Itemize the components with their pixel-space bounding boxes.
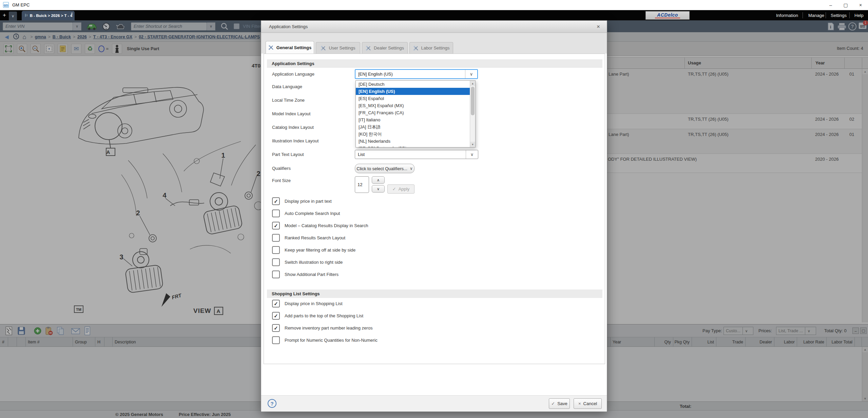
close-tab-icon[interactable]: × <box>71 11 73 15</box>
scroll-down-icon[interactable]: ▼ <box>470 142 475 147</box>
scroll-up-icon[interactable]: ▲ <box>470 81 475 86</box>
check-icon: ✓ <box>551 401 555 406</box>
save-button-label: Save <box>557 401 567 406</box>
data-language-label: Data Language <box>272 84 302 89</box>
language-option[interactable]: [NL] Nederlands <box>356 138 470 145</box>
catalog-tab-label: B - Buick > 2026 > T - 4T... <box>30 14 73 18</box>
font-size-decrease-button[interactable]: ∨ <box>372 185 385 193</box>
checkbox-ranked-results[interactable]: Ranked Results Search Layout <box>272 234 345 242</box>
checkbox-additional-part-filters[interactable]: Show Additional Part Filters <box>272 271 339 278</box>
dialog-title: Application Settings <box>269 24 308 29</box>
tab-labor-settings[interactable]: Labor Settings <box>409 42 453 54</box>
dialog-tabstrip: General Settings User Settings Dealer Se… <box>261 33 607 54</box>
new-tab-button[interactable]: + <box>0 10 9 20</box>
acdelco-logo-text: ACDelco <box>657 13 678 17</box>
settings-tools-icon <box>268 45 274 50</box>
settings-tools-icon <box>413 45 419 51</box>
application-language-select[interactable]: [EN] English (US) ∨ <box>355 69 478 79</box>
menu-manage[interactable]: Manage <box>808 10 824 20</box>
tab-label: Labor Settings <box>421 45 450 51</box>
cancel-button-label: Cancel <box>583 401 597 406</box>
save-button[interactable]: ✓ Save <box>549 398 570 409</box>
checkbox-add-parts-top[interactable]: ✓Add parts to the top of the Shopping Li… <box>272 312 363 320</box>
language-option[interactable]: [PT_BR] Português (BR) <box>356 145 470 147</box>
model-index-layout-label: Model Index Layout <box>272 111 310 116</box>
window-title: GM EPC <box>12 2 30 7</box>
catalog-tab[interactable]: ⚐ B - Buick > 2026 > T - 4T... × <box>22 11 75 20</box>
app-header: + ∨ ⚐ B - Buick > 2026 > T - 4T... × ACD… <box>0 10 868 20</box>
apply-button[interactable]: ✓ Apply <box>387 184 414 194</box>
language-option[interactable]: [JA] 日本語 <box>356 123 470 131</box>
window-titlebar: gm GM EPC – ▢ × <box>0 0 868 10</box>
minimize-button[interactable]: – <box>823 0 838 10</box>
check-icon: ✓ <box>392 186 396 192</box>
language-option[interactable]: [ES_MX] Español (MX) <box>356 102 470 109</box>
language-option[interactable]: [KO] 한국어 <box>356 131 470 138</box>
language-option[interactable]: [IT] Italiano <box>356 116 470 123</box>
dialog-footer: ? ✓ Save × Cancel <box>261 395 607 412</box>
gm-app-icon: gm <box>3 2 9 8</box>
tab-label: General Settings <box>276 45 311 50</box>
catalog-index-layout-label: Catalog Index Layout <box>272 125 314 130</box>
qualifiers-button-label: Click to select Qualifiers... <box>356 166 407 171</box>
checkbox-keep-year-filtering[interactable]: Keep year filtering off at side by side <box>272 246 355 254</box>
language-option-selected[interactable]: [EN] English (US) <box>356 88 470 95</box>
shopping-list-settings-section: Shopping List Settings <box>267 290 602 298</box>
cancel-button[interactable]: × Cancel <box>574 398 602 409</box>
tab-dealer-settings[interactable]: Dealer Settings <box>362 42 408 54</box>
acdelco-logo-underline <box>655 18 680 18</box>
scrollbar-thumb[interactable] <box>471 87 475 115</box>
checkbox-switch-illustration[interactable]: Switch illustration to right side <box>272 258 343 266</box>
x-icon: × <box>578 401 581 406</box>
application-settings-section: Application Settings <box>267 59 602 68</box>
menu-information[interactable]: Information <box>776 10 798 20</box>
general-settings-pane: Application Settings Application Languag… <box>264 54 605 364</box>
language-option[interactable]: [DE] Deutsch <box>356 81 470 88</box>
chevron-down-icon: ∨ <box>410 166 413 171</box>
tab-list-dropdown-button[interactable]: ∨ <box>9 12 17 20</box>
tab-label: Dealer Settings <box>374 45 404 51</box>
checkbox-display-price-part-text[interactable]: ✓Display price in part text <box>272 197 332 205</box>
dialog-close-button[interactable]: × <box>595 23 602 31</box>
bookmark-icon: ⚐ <box>24 13 28 18</box>
chevron-down-icon[interactable]: ∨ <box>465 70 477 78</box>
application-language-value: [EN] English (US) <box>355 70 465 78</box>
tab-user-settings[interactable]: User Settings <box>316 42 360 54</box>
checkbox-display-price-shopping-list[interactable]: ✓Display price in Shopping List <box>272 300 343 307</box>
apply-button-label: Apply <box>399 186 410 192</box>
part-text-layout-value: List <box>355 150 466 159</box>
illustration-index-layout-label: Illustration Index Layout <box>272 138 319 143</box>
menu-separator <box>849 10 850 20</box>
font-size-increase-button[interactable]: ∧ <box>372 176 385 184</box>
font-size-input[interactable] <box>355 176 369 193</box>
language-option[interactable]: [FR_CA] Français (CA) <box>356 109 470 116</box>
settings-tools-icon <box>321 45 326 51</box>
part-text-layout-select[interactable]: List ∨ <box>355 150 478 159</box>
tab-general-settings[interactable]: General Settings <box>266 41 314 54</box>
checkbox-model-catalog-results[interactable]: ✓Model – Catalog Results Display in Sear… <box>272 222 368 230</box>
font-size-label: Font Size <box>272 178 291 183</box>
tab-label: User Settings <box>329 45 355 51</box>
dropdown-scrollbar[interactable]: ▲ ▼ <box>470 81 475 147</box>
language-dropdown-list: [DE] Deutsch [EN] English (US) [ES] Espa… <box>355 80 476 147</box>
menu-help[interactable]: Help <box>854 10 864 20</box>
checkbox-prompt-numeric-quantities[interactable]: Prompt for Numeric Quantities for Non-Nu… <box>272 336 378 344</box>
checkbox-auto-complete-search[interactable]: Auto Complete Search Input <box>272 210 340 217</box>
chevron-down-icon[interactable]: ∨ <box>466 150 478 159</box>
close-window-button[interactable]: × <box>853 0 868 10</box>
checkbox-remove-leading-zeros[interactable]: ✓Remove inventory part number leading ze… <box>272 324 372 332</box>
menu-settings[interactable]: Settings <box>831 10 847 20</box>
settings-tools-icon <box>366 45 371 51</box>
qualifiers-label: Qualifiers <box>272 166 291 171</box>
application-language-label: Application Language <box>272 72 314 77</box>
dialog-help-icon[interactable]: ? <box>268 399 276 408</box>
application-settings-dialog: Application Settings × General Settings … <box>261 20 607 411</box>
maximize-button[interactable]: ▢ <box>838 0 853 10</box>
language-option[interactable]: [ES] Español <box>356 95 470 102</box>
dialog-titlebar[interactable]: Application Settings <box>261 21 607 33</box>
part-text-layout-label: Part Text Layout <box>272 152 304 157</box>
local-time-zone-label: Local Time Zone <box>272 98 305 103</box>
menu-separator <box>826 10 826 20</box>
qualifiers-button[interactable]: Click to select Qualifiers... ∨ <box>355 164 414 173</box>
acdelco-logo-button[interactable]: ACDelco <box>645 11 690 20</box>
